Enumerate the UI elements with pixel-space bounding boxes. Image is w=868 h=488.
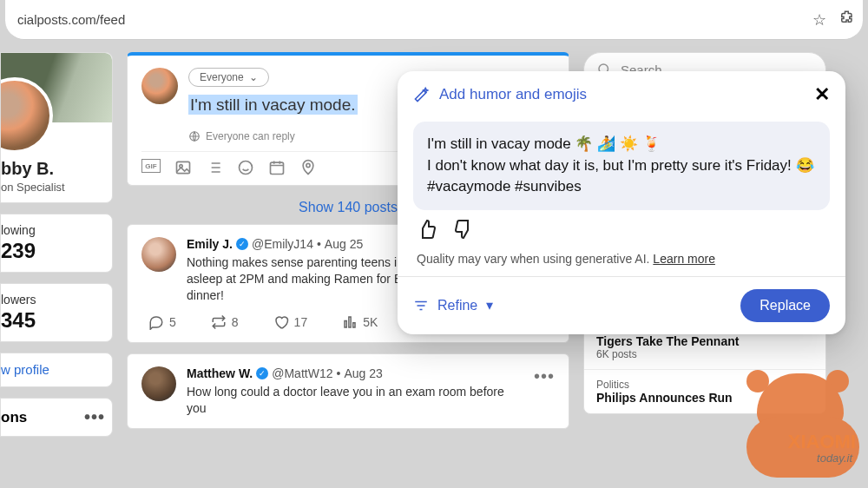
filter-icon xyxy=(413,298,429,313)
gif-icon[interactable]: GIF xyxy=(141,159,161,173)
star-icon[interactable]: ☆ xyxy=(812,10,826,30)
stat-label: lowers xyxy=(1,293,105,307)
svg-point-3 xyxy=(240,162,253,175)
verified-icon: ✓ xyxy=(256,367,268,379)
refine-button[interactable]: Refine ▾ xyxy=(413,297,493,313)
trend-item[interactable]: Politics Philips Announces Run xyxy=(584,369,825,413)
image-icon[interactable] xyxy=(174,159,192,176)
trend-category: Politics xyxy=(596,379,813,391)
post-more-icon[interactable]: ••• xyxy=(534,366,555,386)
close-button[interactable]: ✕ xyxy=(814,83,830,106)
emoji-icon[interactable] xyxy=(237,159,254,176)
views-button[interactable]: 5K xyxy=(342,314,378,330)
learn-more-link[interactable]: Learn more xyxy=(653,252,715,266)
svg-point-5 xyxy=(306,163,310,167)
verified-icon: ✓ xyxy=(236,238,248,250)
post-date: Aug 25 xyxy=(325,237,363,251)
stat-value: 345 xyxy=(1,308,105,333)
calendar-icon[interactable] xyxy=(268,159,286,176)
svg-rect-6 xyxy=(345,320,346,327)
svg-rect-4 xyxy=(271,162,284,174)
profile-avatar[interactable] xyxy=(0,77,53,154)
browser-address-bar[interactable]: cialposts.com/feed ☆ xyxy=(5,0,863,40)
profile-cover xyxy=(1,53,112,122)
location-icon[interactable] xyxy=(299,159,317,176)
stat-value: 239 xyxy=(1,239,105,263)
post-avatar[interactable] xyxy=(141,366,176,401)
like-button[interactable]: 17 xyxy=(273,314,308,330)
post-date: Aug 23 xyxy=(344,366,382,380)
audience-button[interactable]: Everyone ⌄ xyxy=(188,68,269,87)
list-icon[interactable] xyxy=(206,159,223,176)
url-text: cialposts.com/feed xyxy=(14,12,800,27)
replace-button[interactable]: Replace xyxy=(740,289,830,322)
post-author[interactable]: Matthew W. xyxy=(187,366,253,380)
trend-sub: 6K posts xyxy=(596,348,813,360)
profile-subtitle: on Specialist xyxy=(1,181,105,194)
ons-card[interactable]: ons ••• xyxy=(0,398,113,437)
svg-rect-7 xyxy=(349,317,351,327)
stat-following[interactable]: lowing 239 xyxy=(0,214,113,273)
feed-post: Matthew W. ✓ @MattW12 • Aug 23 How long … xyxy=(127,353,569,430)
post-body: How long could a doctor leave you in an … xyxy=(187,384,523,417)
svg-rect-1 xyxy=(177,162,190,173)
ai-disclaimer: Quality may vary when using generative A… xyxy=(398,248,845,276)
ai-suggestion-popup: Add humor and emojis ✕ I'm still in vaca… xyxy=(398,71,845,334)
ai-popup-title: Add humor and emojis xyxy=(413,86,587,103)
extension-icon[interactable] xyxy=(838,10,854,30)
profile-card: bby B. on Specialist xyxy=(0,52,113,203)
chevron-down-icon: ▾ xyxy=(486,297,493,313)
post-handle[interactable]: @EmilyJ14 xyxy=(252,237,313,251)
post-handle[interactable]: @MattW12 xyxy=(272,366,332,380)
stat-followers[interactable]: lowers 345 xyxy=(0,283,113,342)
stat-label: lowing xyxy=(1,223,105,237)
svg-rect-8 xyxy=(353,322,355,326)
ai-suggestion-text: I'm still in vacay mode 🌴 🏄 ☀️ 🍹 I don't… xyxy=(413,122,830,210)
thumbs-down-button[interactable] xyxy=(453,219,474,243)
compose-avatar[interactable] xyxy=(141,68,178,104)
thumbs-up-button[interactable] xyxy=(417,219,437,243)
magic-wand-icon xyxy=(413,86,431,103)
trend-title: Tigers Take The Pennant xyxy=(596,334,813,348)
more-icon[interactable]: ••• xyxy=(84,407,105,427)
trend-title: Philips Announces Run xyxy=(596,391,813,405)
chevron-down-icon: ⌄ xyxy=(249,71,258,83)
profile-name: bby B. xyxy=(1,159,105,179)
ons-label: ons xyxy=(1,409,27,426)
post-avatar[interactable] xyxy=(141,237,176,272)
post-author[interactable]: Emily J. xyxy=(187,237,233,251)
comment-button[interactable]: 5 xyxy=(148,314,176,330)
view-profile-link[interactable]: w profile xyxy=(0,353,113,387)
globe-icon xyxy=(188,130,201,142)
repost-button[interactable]: 8 xyxy=(211,314,239,330)
